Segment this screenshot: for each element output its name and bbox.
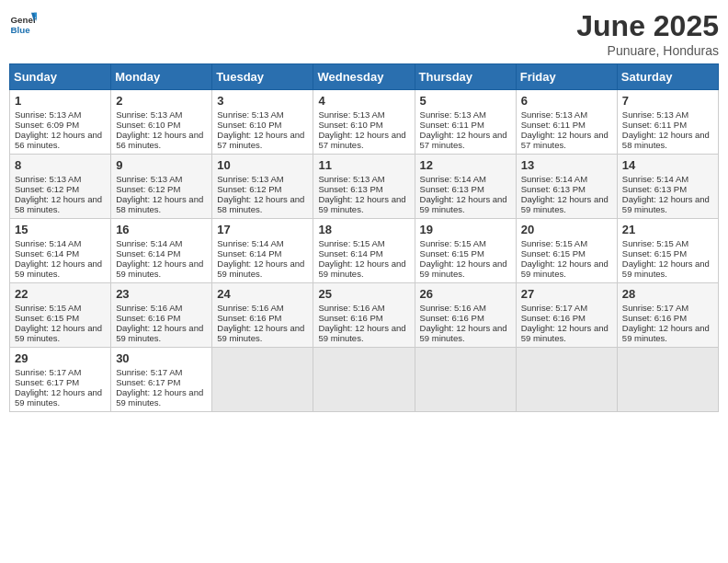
day-number: 7 (622, 94, 713, 108)
daylight: Daylight: 12 hours and 59 minutes. (217, 323, 304, 343)
calendar-cell: 4 Sunrise: 5:13 AM Sunset: 6:10 PM Dayli… (313, 90, 415, 155)
day-number: 6 (521, 94, 612, 108)
daylight: Daylight: 12 hours and 57 minutes. (318, 130, 405, 150)
calendar-cell: 27 Sunrise: 5:17 AM Sunset: 6:16 PM Dayl… (516, 283, 617, 348)
sunrise: Sunrise: 5:13 AM (15, 174, 81, 184)
sunrise: Sunrise: 5:17 AM (622, 303, 688, 313)
weekday-header-row: Sunday Monday Tuesday Wednesday Thursday… (10, 64, 719, 90)
day-number: 13 (521, 158, 612, 172)
sunset: Sunset: 6:16 PM (217, 313, 281, 323)
sunrise: Sunrise: 5:17 AM (116, 367, 182, 377)
daylight: Daylight: 12 hours and 58 minutes. (217, 194, 304, 214)
logo: General Blue (9, 9, 37, 37)
sunrise: Sunrise: 5:14 AM (622, 174, 688, 184)
calendar-cell: 13 Sunrise: 5:14 AM Sunset: 6:13 PM Dayl… (516, 155, 617, 219)
daylight: Daylight: 12 hours and 59 minutes. (318, 194, 405, 214)
sunset: Sunset: 6:14 PM (318, 248, 382, 259)
calendar-cell: 29 Sunrise: 5:17 AM Sunset: 6:17 PM Dayl… (10, 348, 111, 412)
day-number: 27 (521, 287, 612, 301)
day-number: 28 (622, 287, 713, 301)
sunrise: Sunrise: 5:17 AM (15, 367, 81, 377)
calendar-cell: 10 Sunrise: 5:13 AM Sunset: 6:12 PM Dayl… (212, 155, 313, 219)
day-number: 19 (420, 223, 511, 236)
header-friday: Friday (516, 64, 617, 90)
sunset: Sunset: 6:12 PM (15, 184, 79, 194)
sunset: Sunset: 6:14 PM (116, 248, 180, 259)
sunset: Sunset: 6:13 PM (521, 184, 586, 194)
calendar-cell: 24 Sunrise: 5:16 AM Sunset: 6:16 PM Dayl… (212, 283, 313, 348)
day-number: 12 (420, 158, 511, 172)
calendar-cell: 15 Sunrise: 5:14 AM Sunset: 6:14 PM Dayl… (10, 219, 111, 283)
day-number: 22 (15, 287, 106, 301)
calendar-cell: 6 Sunrise: 5:13 AM Sunset: 6:11 PM Dayli… (516, 90, 617, 155)
calendar-cell: 2 Sunrise: 5:13 AM Sunset: 6:10 PM Dayli… (111, 90, 212, 155)
calendar-cell: 3 Sunrise: 5:13 AM Sunset: 6:10 PM Dayli… (212, 90, 313, 155)
sunset: Sunset: 6:16 PM (318, 313, 382, 323)
calendar-cell: 19 Sunrise: 5:15 AM Sunset: 6:15 PM Dayl… (415, 219, 516, 283)
calendar-cell: 17 Sunrise: 5:14 AM Sunset: 6:14 PM Dayl… (212, 219, 313, 283)
daylight: Daylight: 12 hours and 58 minutes. (15, 194, 102, 214)
sunset: Sunset: 6:12 PM (116, 184, 180, 194)
sunrise: Sunrise: 5:14 AM (15, 238, 81, 248)
sunrise: Sunrise: 5:16 AM (217, 303, 283, 313)
day-number: 1 (15, 94, 106, 108)
sunrise: Sunrise: 5:15 AM (420, 238, 486, 248)
sunrise: Sunrise: 5:13 AM (116, 109, 182, 120)
day-number: 16 (116, 223, 207, 236)
daylight: Daylight: 12 hours and 59 minutes. (521, 323, 609, 343)
daylight: Daylight: 12 hours and 58 minutes. (116, 194, 203, 214)
page-container: General Blue June 2025 Punuare, Honduras… (9, 9, 719, 412)
day-number: 15 (15, 223, 106, 236)
sunrise: Sunrise: 5:15 AM (318, 238, 384, 248)
sunset: Sunset: 6:15 PM (521, 248, 586, 259)
sunrise: Sunrise: 5:16 AM (116, 303, 182, 313)
daylight: Daylight: 12 hours and 59 minutes. (318, 323, 405, 343)
sunrise: Sunrise: 5:14 AM (521, 174, 587, 184)
daylight: Daylight: 12 hours and 59 minutes. (521, 194, 609, 214)
sunrise: Sunrise: 5:13 AM (318, 109, 384, 120)
calendar-cell (415, 348, 516, 412)
calendar-table: Sunday Monday Tuesday Wednesday Thursday… (9, 63, 719, 412)
daylight: Daylight: 12 hours and 59 minutes. (217, 259, 304, 279)
day-number: 17 (217, 223, 308, 236)
sunrise: Sunrise: 5:17 AM (521, 303, 587, 313)
calendar-cell: 7 Sunrise: 5:13 AM Sunset: 6:11 PM Dayli… (617, 90, 718, 155)
sunrise: Sunrise: 5:13 AM (116, 174, 182, 184)
sunrise: Sunrise: 5:16 AM (318, 303, 384, 313)
header-thursday: Thursday (415, 64, 516, 90)
daylight: Daylight: 12 hours and 59 minutes. (116, 387, 203, 408)
sunset: Sunset: 6:11 PM (622, 120, 687, 130)
day-number: 29 (15, 351, 106, 365)
sunrise: Sunrise: 5:13 AM (15, 109, 81, 120)
calendar-cell: 25 Sunrise: 5:16 AM Sunset: 6:16 PM Dayl… (313, 283, 415, 348)
sunrise: Sunrise: 5:13 AM (622, 109, 688, 120)
svg-text:Blue: Blue (11, 25, 31, 35)
sunrise: Sunrise: 5:13 AM (521, 109, 587, 120)
sunset: Sunset: 6:11 PM (420, 120, 484, 130)
calendar-cell: 9 Sunrise: 5:13 AM Sunset: 6:12 PM Dayli… (111, 155, 212, 219)
sunrise: Sunrise: 5:13 AM (217, 174, 283, 184)
daylight: Daylight: 12 hours and 59 minutes. (622, 323, 710, 343)
sunset: Sunset: 6:10 PM (217, 120, 281, 130)
sunset: Sunset: 6:16 PM (622, 313, 687, 323)
sunset: Sunset: 6:10 PM (318, 120, 382, 130)
sunrise: Sunrise: 5:14 AM (420, 174, 486, 184)
calendar-cell: 16 Sunrise: 5:14 AM Sunset: 6:14 PM Dayl… (111, 219, 212, 283)
sunset: Sunset: 6:15 PM (15, 313, 79, 323)
sunset: Sunset: 6:13 PM (318, 184, 382, 194)
sunrise: Sunrise: 5:13 AM (318, 174, 384, 184)
daylight: Daylight: 12 hours and 58 minutes. (622, 130, 710, 150)
day-number: 26 (420, 287, 511, 301)
sunset: Sunset: 6:10 PM (116, 120, 180, 130)
sunset: Sunset: 6:13 PM (420, 184, 484, 194)
daylight: Daylight: 12 hours and 59 minutes. (521, 259, 609, 279)
daylight: Daylight: 12 hours and 59 minutes. (420, 323, 507, 343)
month-title: June 2025 (576, 9, 719, 43)
sunrise: Sunrise: 5:15 AM (521, 238, 587, 248)
daylight: Daylight: 12 hours and 59 minutes. (622, 194, 710, 214)
daylight: Daylight: 12 hours and 59 minutes. (116, 259, 203, 279)
sunset: Sunset: 6:16 PM (116, 313, 180, 323)
day-number: 30 (116, 351, 207, 365)
day-number: 24 (217, 287, 308, 301)
sunset: Sunset: 6:11 PM (521, 120, 586, 130)
